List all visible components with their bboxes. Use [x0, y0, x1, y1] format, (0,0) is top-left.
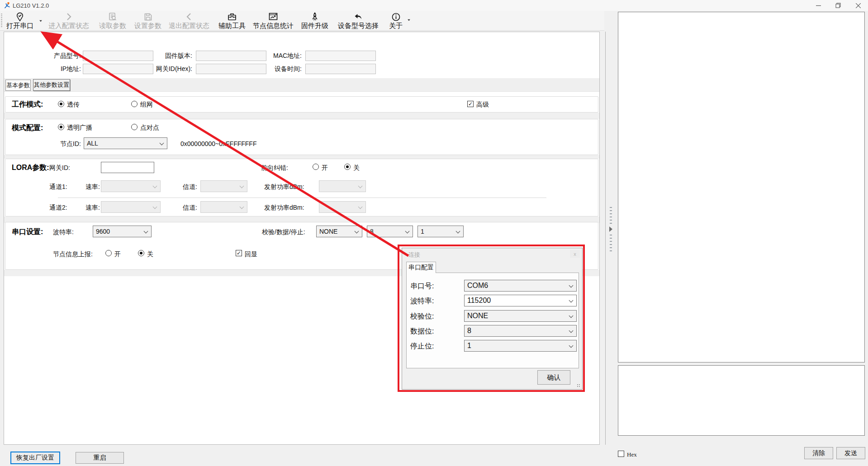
- info-icon: [391, 12, 401, 22]
- fec-on-radio[interactable]: [313, 164, 319, 170]
- channel1-channel-label: 信道:: [183, 183, 197, 191]
- panel-splitter[interactable]: [605, 32, 616, 445]
- send-data-area[interactable]: [618, 365, 865, 436]
- connect-dialog: 连接 x 串口配置 串口号: COM6 波特率: 115200 校验位: NON…: [402, 248, 583, 390]
- dialog-baud-label: 波特率:: [410, 297, 434, 306]
- channel2-rate-label: 速率:: [85, 204, 100, 212]
- lora-params-title: LORA参数:: [12, 163, 49, 173]
- toolbar-node-stats-button[interactable]: 节点信息统计: [251, 12, 295, 30]
- toolbar-aux-tools-button[interactable]: 辅助工具: [218, 12, 246, 30]
- dialog-data-bits-select[interactable]: 8: [464, 325, 577, 337]
- p2p-radio[interactable]: [131, 124, 138, 130]
- toolbar-about-button[interactable]: 关于: [386, 12, 405, 30]
- toolbar-label: 退出配置状态: [169, 22, 209, 29]
- toolbar-overflow-icon[interactable]: [408, 19, 410, 21]
- group-gap: [4, 113, 599, 119]
- restart-button[interactable]: 重启: [76, 452, 124, 464]
- dialog-confirm-button[interactable]: 确认: [537, 370, 570, 385]
- channel2-channel-label: 信道:: [183, 204, 197, 212]
- parity-select[interactable]: NONE: [316, 226, 362, 237]
- toolbar-grip[interactable]: [1, 14, 2, 28]
- ip-address-label: IP地址:: [45, 65, 81, 73]
- lora-gateway-id-input[interactable]: [101, 162, 154, 173]
- mode-config-title: 模式配置:: [12, 123, 43, 133]
- fec-label: 前向纠错:: [261, 164, 288, 172]
- chevron-down-icon: [144, 229, 148, 234]
- broadcast-radio[interactable]: [58, 124, 64, 130]
- dialog-baud-select[interactable]: 115200: [464, 295, 577, 306]
- rocket-icon: [310, 12, 319, 22]
- send-button[interactable]: 发送: [836, 447, 865, 459]
- app-logo-icon: [4, 2, 11, 9]
- chevron-down-icon: [153, 184, 157, 188]
- chart-window-icon: [268, 12, 278, 22]
- toolbar-open-serial-button[interactable]: 打开串口: [5, 12, 34, 30]
- clear-button[interactable]: 清除: [804, 447, 833, 459]
- dialog-port-select[interactable]: COM6: [464, 280, 577, 292]
- work-mode-network-radio[interactable]: [131, 101, 138, 107]
- hex-label: Hex: [627, 451, 637, 458]
- toolbar-label: 关于: [389, 22, 403, 29]
- node-report-off-radio[interactable]: [138, 250, 144, 256]
- firmware-version-input[interactable]: [196, 51, 266, 61]
- work-mode-network-label: 组网: [140, 101, 153, 109]
- dialog-data-bits-label: 数据位:: [410, 327, 434, 336]
- fec-on-label: 开: [322, 164, 328, 172]
- gateway-id-hex-input[interactable]: [196, 64, 266, 74]
- ip-address-input[interactable]: [83, 64, 153, 74]
- maximize-button[interactable]: [828, 0, 848, 11]
- dialog-parity-label: 校验位:: [410, 312, 434, 321]
- toolbar-read-params-button: 读取参数: [97, 12, 128, 30]
- window-title: LG210 V1.2.0: [13, 2, 49, 9]
- device-time-label: 设备时间:: [266, 65, 302, 73]
- channel1-power-label: 发射功率dBm:: [264, 183, 304, 191]
- chevron-down-icon: [569, 329, 574, 333]
- product-model-input[interactable]: [83, 51, 153, 61]
- minimize-button[interactable]: [808, 0, 828, 11]
- tab-other-params[interactable]: 其他参数设置: [33, 79, 70, 91]
- chevron-down-icon: [569, 283, 574, 288]
- data-bits-select[interactable]: 8: [367, 226, 413, 237]
- node-report-on-label: 开: [114, 250, 121, 259]
- stop-bits-select[interactable]: 1: [417, 226, 464, 237]
- dialog-close-button[interactable]: x: [570, 250, 580, 258]
- toolbar-label: 进入配置状态: [48, 22, 89, 29]
- dialog-title: 连接: [408, 251, 420, 259]
- node-report-on-radio[interactable]: [105, 250, 112, 256]
- factory-reset-button[interactable]: 恢复出厂设置: [10, 452, 60, 464]
- channel2-rate-select: [101, 201, 161, 213]
- splitter-collapse-icon[interactable]: [609, 226, 612, 232]
- node-report-label: 节点信息上报:: [53, 250, 93, 259]
- product-model-label: 产品型号:: [45, 52, 81, 60]
- echo-checkbox[interactable]: ✓: [236, 250, 242, 256]
- work-mode-transparent-radio[interactable]: [58, 101, 64, 107]
- toolbox-icon: [227, 12, 237, 22]
- toolbar-label: 设备型号选择: [338, 22, 379, 29]
- chevron-down-icon: [569, 314, 574, 318]
- chevron-down-icon: [355, 229, 359, 234]
- node-id-select[interactable]: ALL: [84, 137, 167, 149]
- device-time-input[interactable]: [305, 64, 376, 74]
- open-serial-dropdown-icon[interactable]: [39, 20, 42, 22]
- baud-rate-select[interactable]: 9600: [93, 226, 152, 237]
- close-button[interactable]: [848, 0, 868, 11]
- fec-off-label: 关: [353, 164, 360, 172]
- hex-checkbox[interactable]: [618, 451, 624, 457]
- channel1-rate-label: 速率:: [85, 183, 100, 191]
- fec-off-radio[interactable]: [344, 164, 351, 170]
- dialog-parity-select[interactable]: NONE: [464, 310, 577, 322]
- dialog-resize-grip[interactable]: [577, 384, 581, 388]
- mac-address-input[interactable]: [305, 51, 376, 61]
- toolbar-firmware-upgrade-button[interactable]: 固件升级: [300, 12, 329, 30]
- advanced-checkbox[interactable]: ✓: [467, 101, 474, 107]
- toolbar-model-select-button[interactable]: 设备型号选择: [336, 12, 381, 30]
- lora-gateway-id-label: 网关ID:: [49, 164, 70, 172]
- toolbar-enter-config-button: 进入配置状态: [46, 12, 91, 30]
- channel2-power-select: [319, 201, 366, 213]
- dialog-stop-bits-select[interactable]: 1: [464, 340, 577, 352]
- chevron-down-icon: [405, 229, 410, 234]
- node-report-off-label: 关: [147, 250, 153, 259]
- dialog-tab-serial-config[interactable]: 串口配置: [406, 262, 436, 273]
- tab-basic-params[interactable]: 基本参数: [5, 80, 31, 91]
- receive-data-area[interactable]: [618, 12, 865, 362]
